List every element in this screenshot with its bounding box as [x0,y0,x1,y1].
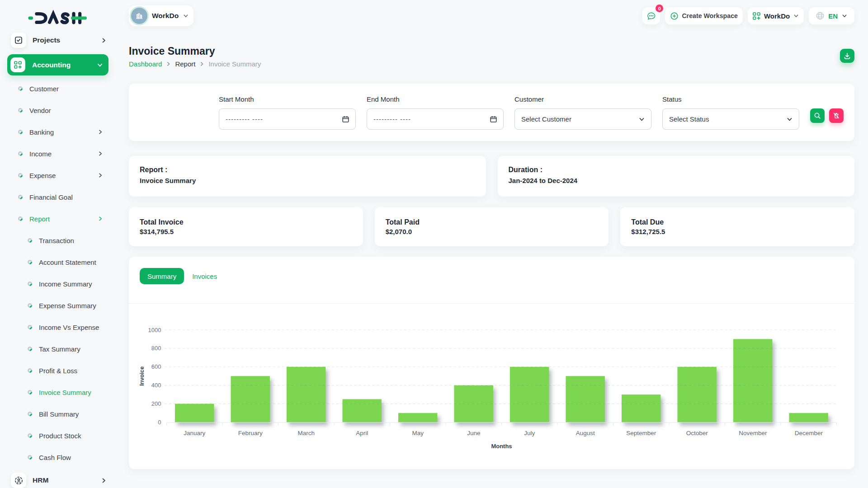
sidebar-item-hrm[interactable]: HRM [11,473,108,488]
sidebar-item-customer[interactable]: Customer [0,78,116,99]
chart-bar-march[interactable] [287,367,326,422]
bullet-icon [18,86,23,91]
chat-icon [646,11,656,21]
bullet-icon [18,195,23,199]
bullet-icon [28,347,32,351]
chevron-right-icon [101,38,107,43]
workspace-name: WorkDo [152,12,179,20]
y-axis-title: Invoice [139,366,145,386]
chart-bar-december[interactable] [789,413,828,422]
chart-bar-february[interactable] [231,376,270,422]
sidebar-item-income[interactable]: Income [0,143,116,164]
start-month-value: --------- ---- [226,115,263,123]
sidebar-item-expense-summary[interactable]: Expense Summary [0,295,116,316]
sidebar-item-banking[interactable]: Banking [0,121,116,143]
total-due-value: $312,725.5 [631,228,844,236]
sidebar-nav: Projects Accounting [0,33,116,488]
bullet-icon [28,238,32,243]
reset-filter-button[interactable] [829,108,844,123]
apply-filter-button[interactable] [810,108,825,123]
tab-summary[interactable]: Summary [140,268,184,284]
x-axis-title: Months [491,443,512,450]
status-select[interactable]: Select Status [662,108,799,130]
customer-select[interactable]: Select Customer [514,108,651,130]
breadcrumb: Dashboard Report Invoice Summary [129,60,854,68]
chevron-right-icon [98,173,103,178]
total-invoice-card: Total Invoice $314,795.5 [129,207,363,246]
y-tick-label: 400 [151,382,161,389]
end-month-input[interactable]: --------- ---- [367,108,504,130]
brand-logo[interactable] [0,0,116,33]
sidebar-item-financial-goal[interactable]: Financial Goal [0,186,116,208]
chevron-down-icon [97,62,103,68]
bullet-icon [18,173,23,178]
breadcrumb-dashboard[interactable]: Dashboard [129,60,162,68]
sidebar-item-account-statement[interactable]: Account Statement [0,251,116,273]
create-workspace-button[interactable]: Create Workspace [665,7,743,24]
sidebar-item-profit-loss[interactable]: Profit & Loss [0,360,116,381]
sidebar-item-invoice-summary[interactable]: Invoice Summary [0,381,116,403]
bar-series [175,339,828,422]
sidebar-item-tax-summary[interactable]: Tax Summary [0,338,116,360]
x-tick-label: July [524,430,535,436]
messages-button[interactable]: 0 [642,7,660,24]
y-tick-label: 200 [151,400,161,407]
bullet-icon [28,433,32,438]
app-switcher-button[interactable]: WorkDo [748,7,804,24]
sidebar-item-bill-summary[interactable]: Bill Summary [0,403,116,425]
calendar-icon[interactable] [490,115,497,123]
projects-checkbox-icon [11,33,26,48]
bullet-icon [28,282,32,286]
calendar-icon[interactable] [342,115,349,123]
chart-bar-january[interactable] [175,404,214,422]
chart-bar-may[interactable] [398,413,437,422]
sidebar-item-expense[interactable]: Expense [0,164,116,186]
tab-invoices[interactable]: Invoices [192,268,217,284]
report-label: Report : [140,165,475,174]
sidebar-item-label: Bill Summary [39,410,79,418]
sidebar-item-income-vs-expense[interactable]: Income Vs Expense [0,316,116,338]
download-button[interactable] [840,49,854,63]
sidebar-item-vendor[interactable]: Vendor [0,99,116,121]
chevron-down-icon [841,13,848,19]
messages-badge: 0 [656,5,663,12]
chart-bar-october[interactable] [678,367,717,422]
sidebar-item-label: Report [29,215,50,223]
y-tick-label: 0 [158,419,161,426]
sidebar-item-transaction[interactable]: Transaction [0,230,116,251]
chart-bar-november[interactable] [733,339,772,422]
grid-plus-icon [752,12,761,20]
chart-bar-august[interactable] [566,376,605,422]
bullet-icon [28,390,32,394]
end-month-value: --------- ---- [373,115,411,123]
sidebar-item-report[interactable]: Report [0,208,116,230]
chart-bar-april[interactable] [343,399,382,422]
language-button[interactable]: EN [809,7,854,24]
end-month-label: End Month [367,95,504,103]
sidebar-item-label: Tax Summary [39,345,80,353]
total-paid-label: Total Paid [386,218,598,226]
download-icon [844,52,851,60]
chart-bar-september[interactable] [622,394,660,422]
sidebar-item-label: Expense [29,172,56,179]
trash-off-icon [833,112,840,119]
sidebar-item-label: Transaction [39,237,74,244]
filter-form: Start Month --------- ---- End Month [219,95,844,141]
start-month-input[interactable]: --------- ---- [219,108,356,130]
chart-bar-july[interactable] [510,367,549,422]
sidebar-item-accounting[interactable]: Accounting [7,54,108,75]
sidebar-item-projects[interactable]: Projects [11,33,108,48]
x-tick-label: December [795,430,823,436]
total-invoice-label: Total Invoice [140,218,352,226]
sidebar-item-income-summary[interactable]: Income Summary [0,273,116,295]
breadcrumb-report[interactable]: Report [175,60,195,68]
sidebar-item-label: Financial Goal [29,193,73,201]
bullet-icon [28,412,32,416]
workspace-switcher[interactable]: WorkDo [129,5,193,26]
tabs: Summary Invoices [129,257,854,304]
sidebar-item-label: Income [29,150,52,158]
sidebar-item-cash-flow[interactable]: Cash Flow [0,446,116,468]
sidebar-item-product-stock[interactable]: Product Stock [0,425,116,446]
main-content: WorkDo 0 [116,0,868,488]
hrm-user-icon [11,473,26,488]
